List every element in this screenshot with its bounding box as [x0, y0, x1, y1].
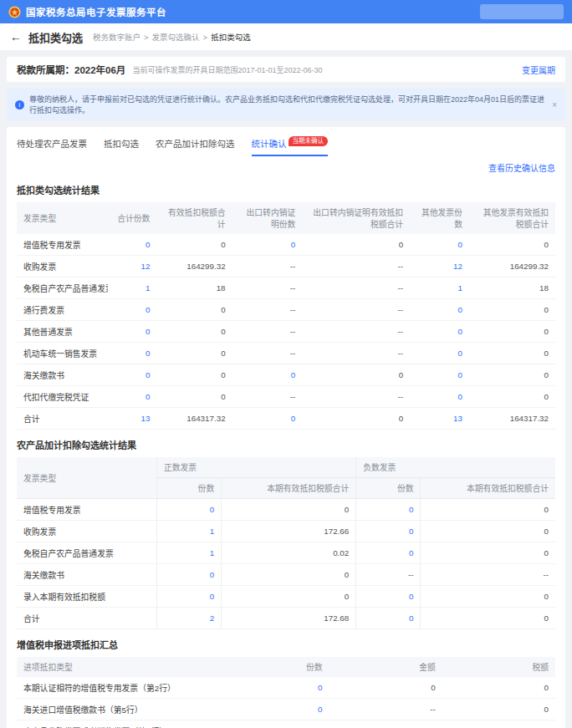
row-label: 录入本期有效抵扣税额	[17, 586, 156, 608]
tab-farm-extra-deduction-check[interactable]: 农产品加计扣除勾选	[156, 135, 235, 154]
cell-value[interactable]: 13	[108, 408, 156, 430]
cell-value: --	[232, 321, 303, 343]
table-row: 代扣代缴完税凭证00----00	[17, 386, 555, 408]
cell-value[interactable]: 0	[108, 299, 156, 321]
vat-input-deduction-summary-table: 进项抵扣类型份数金额税额本期认证相符的增值税专用发票（第2行）000海关进口增值…	[17, 657, 555, 728]
cell-value: 164317.32	[156, 408, 232, 430]
table-row: 收购发票12164299.32----12164299.32	[17, 256, 555, 277]
column-header: 发票类型	[17, 457, 156, 499]
tab-deduction-check[interactable]: 抵扣勾选	[104, 135, 139, 154]
cell-value: 0	[469, 386, 555, 408]
cell-value[interactable]: 0	[108, 321, 156, 343]
unconfirmed-badge: 当期未确认	[289, 136, 329, 147]
breadcrumb: 税务数字账户 > 发票勾选确认 > 抵扣类勾选	[93, 31, 251, 43]
cell-value: 0	[442, 677, 555, 699]
table-row: 合计2172.6800	[17, 608, 555, 629]
column-header: 有效抵扣税额合计	[156, 202, 232, 234]
table-row: 通行费发票00----00	[17, 299, 555, 321]
column-header: 金额	[329, 657, 442, 677]
cell-value: --	[232, 277, 303, 299]
change-period-link[interactable]: 变更属期	[522, 64, 555, 76]
table-row: 免税自产农产品普通发票118----118	[17, 277, 555, 299]
column-header: 税额	[442, 657, 555, 677]
row-label: 代扣代缴完税凭证	[17, 386, 108, 408]
cell-value[interactable]: 0	[410, 299, 469, 321]
cell-value[interactable]: 1	[410, 277, 469, 299]
table-row: 机动车统一销售发票00----00	[17, 343, 555, 364]
cell-value[interactable]: 0	[156, 499, 221, 521]
row-label: 通行费发票	[17, 299, 108, 321]
breadcrumb-item-current: 抵扣类勾选	[211, 31, 251, 43]
breadcrumb-item[interactable]: 发票勾选确认	[152, 31, 200, 43]
column-header: 本期有效抵扣税额合计	[222, 478, 356, 499]
tab-statistics-confirm[interactable]: 统计确认当期未确认	[252, 135, 329, 156]
cell-value: 0.02	[222, 542, 356, 564]
cell-value[interactable]: 0	[356, 542, 421, 564]
cell-value[interactable]: 0	[232, 234, 303, 256]
cell-value: 0	[156, 386, 232, 408]
cell-value[interactable]: 0	[156, 564, 221, 586]
cell-value: 0	[222, 499, 356, 521]
cell-value: 0	[421, 608, 555, 629]
cell-value[interactable]: 0	[232, 408, 303, 430]
cell-value: 0	[156, 364, 232, 386]
table-row: 本期认证相符的增值税专用发票（第2行）000	[17, 677, 555, 699]
cell-value[interactable]: 0	[108, 386, 156, 408]
cell-value: 0	[469, 299, 555, 321]
farm-extra-deduction-table: 发票类型正数发票负数发票份数本期有效抵扣税额合计份数本期有效抵扣税额合计增值税专…	[17, 457, 555, 629]
cell-value[interactable]: 12	[108, 256, 156, 277]
column-header: 份数	[156, 478, 221, 499]
table-row: 合计13164317.320013164317.32	[17, 408, 555, 430]
back-button[interactable]: ←	[10, 31, 22, 43]
cell-value[interactable]: 0	[156, 586, 221, 608]
cell-value[interactable]: 1	[156, 521, 221, 542]
cell-value[interactable]: 0	[410, 386, 469, 408]
cell-value[interactable]: 0	[259, 699, 329, 720]
cell-value[interactable]: 0	[410, 343, 469, 364]
cell-value: --	[302, 321, 410, 343]
row-label: 收购发票	[17, 256, 108, 277]
cell-value[interactable]: 0	[259, 677, 329, 699]
cell-value: 0	[421, 499, 555, 521]
view-history-link[interactable]: 查看历史确认信息	[488, 161, 555, 174]
cell-value[interactable]: 0	[356, 499, 421, 521]
cell-value[interactable]: 0	[356, 586, 421, 608]
cell-value[interactable]: 0	[108, 364, 156, 386]
cell-value[interactable]: 1	[108, 277, 156, 299]
notice-banner: i 尊敬的纳税人，请于申报前对已勾选的凭证进行统计确认。农产品业务抵扣勾选和代扣…	[7, 89, 565, 120]
row-label: 机动车统一销售发票	[17, 343, 108, 364]
row-label: 海关进口增值税缴款书（第5行）	[17, 699, 259, 720]
cell-value: --	[302, 256, 410, 277]
cell-value[interactable]: 0	[356, 521, 421, 542]
cell-value[interactable]: 13	[259, 720, 329, 728]
cell-value[interactable]: 0	[410, 321, 469, 343]
section-title-farm-extra-stats: 农产品加计扣除勾选统计结果	[17, 438, 555, 451]
table-row: 其他普通发票00----00	[17, 321, 555, 343]
close-icon[interactable]: ×	[552, 100, 557, 109]
cell-value[interactable]: 12	[410, 256, 469, 277]
user-account-pill[interactable]	[480, 4, 564, 19]
cell-value: --	[302, 343, 410, 364]
column-header: 份数	[356, 478, 421, 499]
cell-value[interactable]: 0	[356, 608, 421, 629]
app-header: 国家税务总局电子发票服务平台	[0, 0, 572, 23]
cell-value: 18	[469, 277, 555, 299]
cell-value[interactable]: 0	[410, 234, 469, 256]
row-label: 农产品收购发票或者销售发票（第6行）	[17, 720, 259, 728]
column-header: 其他发票有效抵扣税额合计	[469, 202, 555, 234]
cell-value[interactable]: 13	[410, 408, 469, 430]
cell-value: 164317.32	[469, 408, 555, 430]
tab-pending-farm-invoices[interactable]: 待处理农产品发票	[17, 135, 87, 154]
cell-value[interactable]: 0	[108, 234, 156, 256]
app-title: 国家税务总局电子发票服务平台	[26, 5, 166, 18]
cell-value[interactable]: 0	[410, 364, 469, 386]
row-label: 合计	[17, 608, 156, 629]
cell-value[interactable]: 0	[232, 364, 303, 386]
cell-value[interactable]: 1	[156, 542, 221, 564]
row-label: 海关缴款书	[17, 564, 156, 586]
table-row: 收购发票1172.6600	[17, 521, 555, 542]
cell-value: 0	[469, 364, 555, 386]
breadcrumb-item[interactable]: 税务数字账户	[93, 31, 140, 43]
cell-value[interactable]: 2	[156, 608, 221, 629]
cell-value[interactable]: 0	[108, 343, 156, 364]
